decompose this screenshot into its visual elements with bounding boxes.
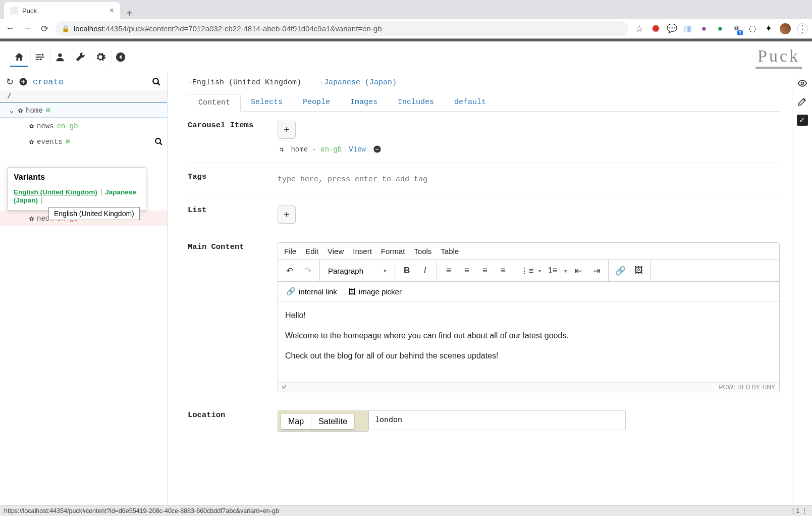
- variant-link-en[interactable]: English (United Kingdom): [14, 188, 97, 196]
- undo-icon[interactable]: ↶: [281, 262, 298, 279]
- menu-format[interactable]: Format: [381, 247, 405, 255]
- search-icon[interactable]: [154, 137, 163, 146]
- variant-tooltip: English (United Kingdom): [48, 207, 140, 220]
- bold-icon[interactable]: B: [398, 262, 415, 279]
- field-carousel: Carousel Items + ⇅ home - en-gb View: [188, 112, 780, 163]
- tab-default[interactable]: default: [444, 94, 496, 111]
- align-right-icon[interactable]: ≡: [476, 262, 494, 279]
- tab-images[interactable]: Images: [340, 94, 388, 111]
- align-center-icon[interactable]: ≡: [458, 262, 475, 279]
- wrench-icon[interactable]: [71, 49, 89, 67]
- tab-includes[interactable]: Includes: [388, 94, 444, 111]
- indent-icon[interactable]: ⇥: [588, 262, 605, 279]
- back-button[interactable]: ←: [4, 23, 16, 34]
- browser-tab[interactable]: Puck ×: [4, 2, 120, 19]
- check-icon[interactable]: ✓: [797, 115, 808, 126]
- redo-icon[interactable]: ↷: [299, 262, 316, 279]
- map-type-satellite[interactable]: Satellite: [311, 414, 354, 429]
- create-link[interactable]: create: [33, 77, 64, 87]
- tree-node-news[interactable]: ✿ news en-gb: [0, 118, 167, 134]
- link-icon[interactable]: 🔗: [612, 262, 629, 279]
- globe-icon: ⊕: [46, 106, 50, 115]
- star-icon[interactable]: ☆: [633, 23, 645, 34]
- tags-input[interactable]: [278, 172, 780, 187]
- search-icon[interactable]: [152, 77, 161, 86]
- url-input[interactable]: 🔒 localhost:44354/puck#content?id=7012a0…: [56, 21, 628, 36]
- statusbar: https://localhost:44354/puck#content?id=…: [0, 505, 812, 514]
- add-icon[interactable]: [19, 77, 28, 86]
- menu-tools[interactable]: Tools: [414, 247, 431, 255]
- image-icon[interactable]: 🖼: [630, 262, 647, 279]
- eye-icon[interactable]: [797, 78, 807, 88]
- ext-icon-ublock[interactable]: ⬣: [651, 24, 661, 34]
- tree-node-home[interactable]: ⌄ ✿ home ⊕: [0, 102, 167, 118]
- view-link[interactable]: View: [349, 145, 366, 153]
- menu-insert[interactable]: Insert: [353, 247, 372, 255]
- numbered-list-icon[interactable]: 1≡: [544, 262, 561, 279]
- new-tab-button[interactable]: +: [120, 8, 134, 19]
- gear-icon[interactable]: ✿: [18, 106, 23, 115]
- breadcrumb-path: /: [0, 90, 167, 102]
- browser-menu-icon[interactable]: ⋮: [797, 23, 808, 34]
- map-type-map[interactable]: Map: [281, 414, 311, 429]
- edit-icon[interactable]: [797, 96, 807, 107]
- align-left-icon[interactable]: ≡: [440, 262, 457, 279]
- tab-people[interactable]: People: [293, 94, 340, 111]
- chevron-down-icon[interactable]: ▾: [562, 268, 569, 274]
- add-list-button[interactable]: +: [278, 205, 296, 224]
- field-label: Main Content: [188, 242, 278, 392]
- field-main-content: Main Content File Edit View Insert Forma…: [188, 233, 780, 401]
- sort-handle-icon[interactable]: ⇅: [280, 145, 284, 153]
- menu-file[interactable]: File: [284, 247, 296, 255]
- link-icon: 🔗: [286, 287, 296, 296]
- location-input[interactable]: [368, 410, 626, 430]
- variants-popup: Variants English (United Kingdom) | Japa…: [7, 167, 146, 211]
- tab-selects[interactable]: Selects: [241, 94, 293, 111]
- image-picker-button[interactable]: 🖼 image picker: [344, 285, 406, 298]
- block-format-select[interactable]: Paragraph ▾: [323, 267, 392, 275]
- gear-icon[interactable]: ✿: [29, 121, 34, 131]
- variants-title: Variants: [14, 173, 140, 182]
- extensions-icon[interactable]: ✦: [764, 24, 774, 34]
- outdent-icon[interactable]: ⇤: [570, 262, 587, 279]
- close-tab-icon[interactable]: ×: [110, 6, 114, 15]
- italic-icon[interactable]: I: [416, 262, 434, 279]
- map-preview[interactable]: Map Satellite: [278, 410, 368, 432]
- gear-icon[interactable]: [91, 49, 109, 67]
- ext-icon-react[interactable]: ⚛: [731, 24, 741, 34]
- internal-link-button[interactable]: 🔗 internal link: [282, 285, 341, 298]
- home-icon[interactable]: [10, 49, 28, 67]
- menu-view[interactable]: View: [328, 247, 344, 255]
- gear-icon[interactable]: ✿: [29, 137, 34, 146]
- menu-table[interactable]: Table: [441, 247, 459, 255]
- user-icon[interactable]: [50, 49, 69, 67]
- forward-button[interactable]: →: [21, 23, 33, 34]
- ext-icon-chat[interactable]: 💬: [667, 24, 677, 34]
- back-circle-icon[interactable]: [111, 49, 129, 67]
- ext-icon-panel[interactable]: ▥: [683, 24, 693, 34]
- gear-icon[interactable]: ✿: [29, 214, 34, 223]
- refresh-icon[interactable]: ↻: [6, 76, 14, 87]
- address-bar: ← → ⟳ 🔒 localhost:44354/puck#content?id=…: [0, 19, 812, 38]
- tree-node-events[interactable]: ✿ events ⊕: [0, 134, 167, 149]
- variant-bar: -English (United Kingdom) -Japanese (Jap…: [188, 78, 780, 87]
- remove-icon[interactable]: [373, 145, 382, 153]
- variant-other-link[interactable]: Japanese (Japan): [324, 78, 397, 87]
- tab-content[interactable]: Content: [188, 94, 241, 112]
- settings-sliders-icon[interactable]: [30, 49, 48, 67]
- reload-button[interactable]: ⟳: [38, 23, 50, 34]
- block-format-label: Paragraph: [328, 267, 363, 275]
- chevron-down-icon[interactable]: ▾: [536, 268, 543, 274]
- menu-edit[interactable]: Edit: [305, 247, 318, 255]
- ext-icon-dot[interactable]: ●: [715, 24, 725, 34]
- label: image picker: [359, 287, 402, 296]
- add-carousel-button[interactable]: +: [278, 121, 296, 139]
- ext-icon-circle[interactable]: ●: [699, 24, 709, 34]
- ext-icon-clock[interactable]: ◌: [747, 24, 757, 34]
- editor-content[interactable]: Hello! Welcome to the homepage where you…: [278, 301, 779, 382]
- align-justify-icon[interactable]: ≡: [495, 262, 512, 279]
- chevron-down-icon[interactable]: ⌄: [8, 106, 15, 115]
- profile-avatar[interactable]: [780, 23, 791, 34]
- bullet-list-icon[interactable]: ⋮≡: [518, 262, 535, 279]
- powered-by: POWERED BY TINY: [719, 384, 775, 391]
